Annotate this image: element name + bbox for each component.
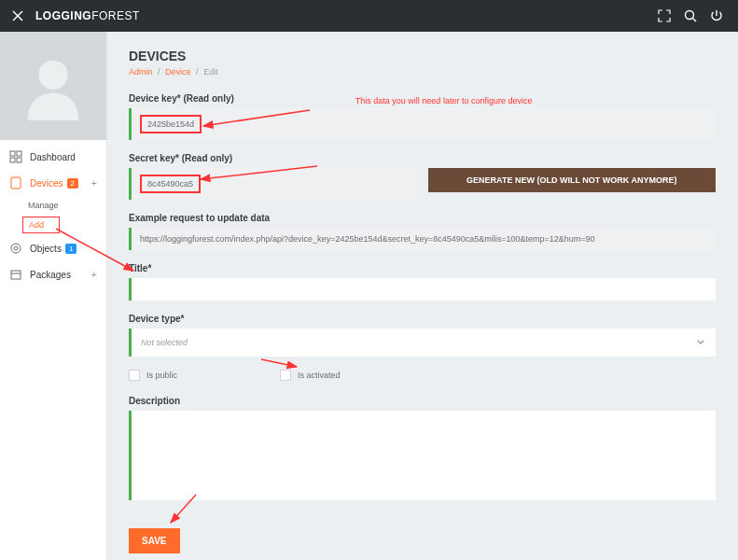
expand-icon[interactable]: + — [91, 269, 97, 280]
sidebar-item-label: Objects — [30, 244, 62, 254]
is-activated-checkbox[interactable]: Is activated — [280, 370, 341, 381]
badge-count: 2 — [67, 178, 78, 189]
secret-key-value: 8c45490ca5 — [147, 179, 193, 189]
sidebar-sub-manage[interactable]: Manage — [0, 196, 106, 215]
page-title: DEVICES — [129, 49, 716, 63]
checkbox-icon — [129, 370, 140, 381]
expand-icon[interactable]: + — [91, 177, 97, 189]
svg-point-12 — [14, 246, 18, 250]
device-key-field: 2425be154d — [129, 108, 716, 140]
power-icon[interactable] — [706, 6, 727, 26]
device-key-value: 2425be154d — [147, 119, 194, 129]
secret-key-label: Secret key* (Read only) — [129, 153, 716, 163]
device-type-label: Device type* — [129, 314, 716, 324]
svg-rect-8 — [17, 158, 21, 162]
dashboard-icon — [9, 150, 22, 163]
breadcrumb-admin[interactable]: Admin — [129, 67, 153, 77]
breadcrumb: Admin / Device / Edit — [129, 67, 716, 77]
packages-icon — [9, 268, 22, 281]
svg-line-3 — [693, 19, 697, 22]
sidebar-item-dashboard[interactable]: Dashboard — [0, 144, 106, 170]
description-wrap — [129, 411, 716, 500]
description-label: Description — [129, 396, 716, 406]
device-key-label: Device key* (Read only) — [129, 93, 234, 104]
device-type-selected: Not selected — [141, 338, 188, 347]
title-label: Title* — [129, 263, 716, 273]
breadcrumb-edit: Edit — [203, 67, 218, 77]
user-avatar[interactable] — [0, 32, 106, 140]
device-type-select[interactable]: Not selected — [129, 329, 716, 357]
description-textarea[interactable] — [140, 417, 707, 492]
brand-logo: LOGGINGFOREST — [35, 9, 140, 22]
sidebar-item-packages[interactable]: Packages + — [0, 261, 106, 287]
svg-point-2 — [686, 11, 694, 20]
objects-icon — [9, 242, 22, 255]
title-input-wrap — [129, 278, 716, 301]
fullscreen-icon[interactable] — [654, 6, 675, 26]
svg-rect-6 — [17, 151, 21, 156]
title-input[interactable] — [140, 285, 707, 294]
svg-point-11 — [11, 244, 21, 253]
search-icon[interactable] — [680, 6, 701, 26]
svg-point-4 — [38, 61, 67, 90]
svg-rect-7 — [10, 158, 15, 162]
devices-icon — [9, 176, 22, 189]
app-header: LOGGINGFOREST — [0, 0, 738, 32]
is-public-label: Is public — [146, 371, 177, 380]
sidebar-item-devices[interactable]: Devices 2 + — [0, 170, 106, 196]
sidebar-item-label: Devices — [30, 178, 63, 189]
checkbox-icon — [280, 370, 291, 381]
main-content: DEVICES Admin / Device / Edit Device key… — [106, 32, 738, 560]
svg-rect-5 — [10, 151, 15, 156]
svg-rect-9 — [11, 177, 21, 189]
is-public-checkbox[interactable]: Is public — [129, 370, 177, 381]
badge-count: 1 — [65, 244, 77, 254]
sidebar: Dashboard Devices 2 + Manage Add Objects… — [0, 32, 106, 560]
is-activated-label: Is activated — [298, 371, 341, 380]
example-label: Example request to update data — [129, 213, 716, 223]
example-url-field: https://loggingforest.com/index.php/api?… — [129, 228, 716, 250]
sidebar-item-objects[interactable]: Objects 1 — [0, 235, 106, 261]
config-note: This data you will need later to configu… — [355, 96, 533, 105]
sidebar-sub-add[interactable]: Add — [22, 217, 60, 233]
save-button[interactable]: SAVE — [129, 528, 180, 553]
generate-new-button[interactable]: GENERATE NEW (OLD WILL NOT WORK ANYMORE) — [428, 168, 717, 192]
sidebar-item-label: Dashboard — [30, 152, 76, 162]
secret-key-field: 8c45490ca5 — [129, 168, 417, 200]
chevron-down-icon — [695, 336, 706, 349]
breadcrumb-device[interactable]: Device — [165, 67, 191, 77]
sidebar-item-label: Packages — [30, 270, 71, 280]
svg-rect-13 — [11, 271, 21, 279]
close-icon[interactable] — [11, 9, 24, 22]
